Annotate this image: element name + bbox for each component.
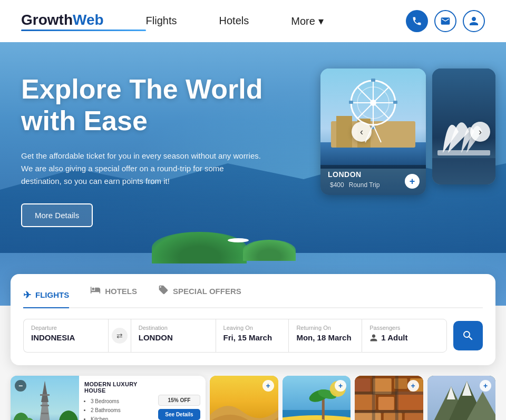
nav-links: Flights Hotels More ▾ bbox=[146, 15, 406, 27]
svg-rect-14 bbox=[349, 101, 353, 104]
aerial-add-button[interactable]: + bbox=[407, 380, 419, 392]
see-details-button[interactable]: See Details bbox=[158, 409, 200, 420]
hero-description: Get the affordable ticket for you in eve… bbox=[21, 150, 264, 188]
passenger-row: 1 Adult bbox=[369, 333, 439, 342]
property-thumbnail: − bbox=[11, 376, 79, 420]
desert-thumbnail[interactable]: + bbox=[210, 376, 278, 420]
aerial-thumbnail[interactable]: + bbox=[355, 376, 423, 420]
search-button[interactable] bbox=[453, 321, 483, 350]
svg-rect-12 bbox=[371, 79, 375, 82]
logo-underline bbox=[21, 30, 146, 31]
passengers-value: 1 Adult bbox=[381, 333, 407, 342]
svg-rect-28 bbox=[40, 394, 50, 396]
destination-label: Destination bbox=[139, 325, 208, 331]
returning-on-label: Returning on bbox=[296, 325, 354, 331]
svg-point-11 bbox=[370, 100, 376, 106]
nav-icons bbox=[406, 10, 485, 32]
hotels-tab-label: HOTELS bbox=[105, 287, 137, 296]
departure-field[interactable]: Departure INDONESIA bbox=[23, 319, 108, 353]
email-button[interactable] bbox=[434, 10, 456, 32]
hero-island bbox=[152, 232, 247, 263]
next-arrow-button[interactable]: › bbox=[470, 122, 490, 142]
flights-icon: ✈ bbox=[23, 289, 31, 301]
svg-rect-58 bbox=[355, 392, 423, 395]
brand-name-part1: Growth bbox=[21, 12, 73, 28]
leaving-on-value: Fri, 15 March bbox=[223, 333, 281, 342]
svg-rect-57 bbox=[405, 413, 423, 420]
london-add-button[interactable]: + bbox=[405, 174, 420, 189]
search-bar: ✈ FLIGHTS HOTELS SPECIAL OFFERS Departur… bbox=[11, 274, 495, 365]
search-tabs: ✈ FLIGHTS HOTELS SPECIAL OFFERS bbox=[23, 285, 483, 308]
returning-on-value: Mon, 18 March bbox=[296, 333, 354, 342]
tab-hotels[interactable]: HOTELS bbox=[90, 285, 137, 300]
hero-title: Explore The World with Ease bbox=[21, 74, 311, 137]
nav-link-hotels[interactable]: Hotels bbox=[219, 15, 249, 27]
swap-divider: ⇄ bbox=[108, 319, 131, 353]
phone-button[interactable] bbox=[406, 10, 428, 32]
svg-rect-41 bbox=[322, 397, 324, 420]
hero-section: Explore The World with Ease Get the affo… bbox=[0, 42, 506, 306]
mountain-add-button[interactable]: + bbox=[480, 380, 491, 392]
bottom-section: − bbox=[0, 365, 506, 420]
swap-button[interactable]: ⇄ bbox=[112, 328, 128, 344]
hero-boat bbox=[228, 238, 249, 242]
svg-rect-48 bbox=[355, 378, 371, 392]
discount-badge: 15% OFF bbox=[158, 395, 200, 406]
property-details: MODERN LUXURY HOUSE 3 Bedrooms 2 Bathroo… bbox=[79, 376, 158, 420]
destination-cards: ‹ bbox=[320, 69, 495, 195]
svg-rect-55 bbox=[355, 413, 381, 420]
svg-rect-56 bbox=[384, 413, 402, 420]
leaving-on-field[interactable]: Leaving on Fri, 15 March bbox=[216, 319, 289, 353]
hero-island2 bbox=[243, 240, 296, 261]
passenger-icon bbox=[369, 334, 378, 342]
nav-link-flights[interactable]: Flights bbox=[146, 15, 177, 27]
svg-rect-20 bbox=[432, 158, 495, 184]
london-destination-card[interactable]: LONDON $400 Round Trip + bbox=[320, 69, 426, 195]
destination-value: LONDON bbox=[139, 333, 208, 342]
svg-rect-15 bbox=[393, 101, 397, 104]
desert-add-button[interactable]: + bbox=[262, 380, 274, 392]
returning-on-field[interactable]: Returning on Mon, 18 March bbox=[288, 319, 362, 353]
navbar: Growth Web Flights Hotels More ▾ bbox=[0, 0, 506, 42]
hotels-icon bbox=[90, 285, 101, 298]
user-icon bbox=[469, 16, 479, 26]
brand-logo[interactable]: Growth Web bbox=[21, 12, 146, 31]
departure-label: Departure bbox=[31, 325, 101, 331]
search-icon bbox=[462, 329, 474, 342]
svg-rect-53 bbox=[378, 397, 394, 410]
search-fields: Departure INDONESIA ⇄ Destination LONDON… bbox=[23, 319, 483, 353]
profile-button[interactable] bbox=[463, 10, 485, 32]
phone-icon bbox=[412, 16, 422, 26]
mountain-thumbnail[interactable]: + bbox=[427, 376, 496, 420]
nav-link-more[interactable]: More ▾ bbox=[291, 15, 324, 27]
feature-bedrooms: 3 Bedrooms bbox=[91, 397, 153, 406]
beach-add-button[interactable]: + bbox=[335, 380, 346, 392]
property-features: 3 Bedrooms 2 Bathrooms Kitchen Living Ro… bbox=[84, 397, 153, 420]
tab-special-offers[interactable]: SPECIAL OFFERS bbox=[158, 285, 241, 300]
property-title: MODERN LUXURY HOUSE bbox=[84, 381, 153, 394]
feature-bathrooms: 2 Bathrooms bbox=[91, 406, 153, 415]
svg-rect-59 bbox=[355, 410, 423, 413]
departure-value: INDONESIA bbox=[31, 333, 101, 342]
more-details-button[interactable]: More Details bbox=[21, 203, 93, 227]
flights-tab-label: FLIGHTS bbox=[35, 290, 69, 299]
svg-rect-30 bbox=[41, 413, 48, 414]
brand-name-part2: Web bbox=[73, 12, 104, 28]
feature-kitchen: Kitchen bbox=[91, 415, 153, 420]
leaving-on-label: Leaving on bbox=[223, 325, 281, 331]
svg-rect-19 bbox=[437, 150, 490, 155]
passengers-label: Passengers bbox=[369, 325, 439, 331]
property-minus-button[interactable]: − bbox=[15, 380, 26, 392]
beach-thumbnail[interactable]: + bbox=[283, 376, 351, 420]
passengers-field[interactable]: Passengers 1 Adult bbox=[362, 319, 447, 353]
svg-rect-60 bbox=[372, 376, 375, 420]
london-ferris-wheel-illustration bbox=[320, 69, 426, 169]
prev-arrow-button[interactable]: ‹ bbox=[352, 122, 372, 142]
svg-rect-61 bbox=[395, 376, 398, 420]
destination-field[interactable]: Destination LONDON bbox=[131, 319, 216, 353]
property-card: − bbox=[11, 376, 206, 420]
london-city-label: LONDON bbox=[328, 170, 419, 179]
email-icon bbox=[440, 16, 451, 26]
tab-flights[interactable]: ✈ FLIGHTS bbox=[23, 285, 69, 308]
special-offers-tab-label: SPECIAL OFFERS bbox=[173, 287, 241, 296]
